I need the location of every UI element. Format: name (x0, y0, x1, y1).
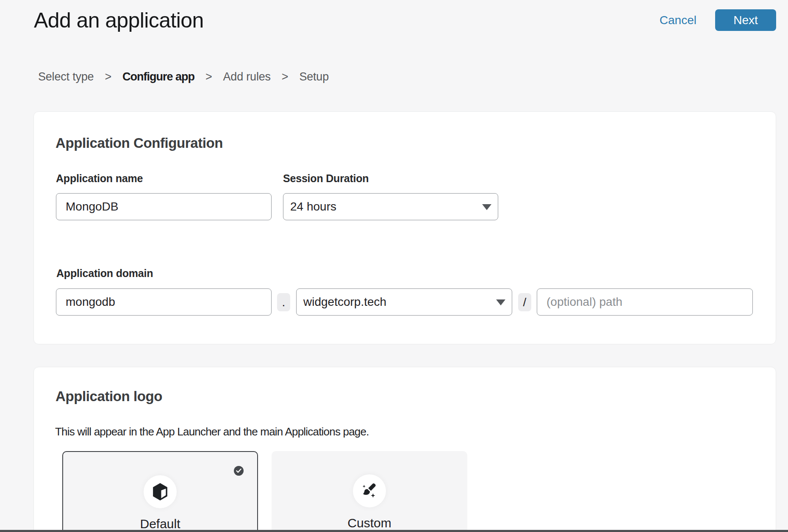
domain-value: widgetcorp.tech (303, 295, 386, 309)
page-title: Add an application (34, 8, 204, 33)
domain-dot-separator: . (277, 293, 290, 311)
default-logo-circle (144, 475, 177, 508)
path-slash-separator: / (518, 293, 531, 311)
breadcrumb-step-select-type[interactable]: Select type (38, 70, 94, 83)
application-configuration-heading: Application Configuration (55, 135, 223, 151)
breadcrumb: Select type > Configure app > Add rules … (38, 70, 329, 83)
chevron-down-icon (496, 299, 505, 305)
subdomain-input[interactable] (56, 288, 272, 316)
session-duration-label: Session Duration (283, 172, 369, 185)
selected-check-icon (234, 466, 244, 476)
cancel-button[interactable]: Cancel (660, 14, 696, 27)
logo-option-custom-label: Custom (272, 516, 467, 530)
cube-icon (150, 482, 170, 502)
logo-option-default-label: Default (63, 517, 257, 531)
application-configuration-card: Application Configuration Application na… (33, 111, 776, 344)
session-duration-select[interactable]: 24 hours (283, 193, 498, 220)
header-actions: Cancel Next (660, 9, 776, 31)
window-bottom-edge (0, 530, 788, 532)
application-logo-description: This will appear in the App Launcher and… (55, 425, 369, 438)
breadcrumb-step-add-rules[interactable]: Add rules (223, 70, 271, 83)
application-logo-heading: Application logo (55, 388, 162, 405)
logo-option-custom[interactable]: Custom (272, 451, 467, 532)
breadcrumb-separator: > (282, 70, 289, 83)
chevron-down-icon (482, 204, 491, 210)
application-name-label: Application name (56, 172, 143, 185)
checkmark-icon (236, 468, 241, 473)
application-name-input[interactable] (56, 193, 272, 220)
breadcrumb-separator: > (205, 70, 212, 83)
custom-logo-circle (353, 474, 386, 507)
logo-option-default[interactable]: Default (62, 451, 258, 532)
next-button[interactable]: Next (715, 9, 776, 31)
paintbrush-icon (360, 482, 379, 500)
breadcrumb-step-setup[interactable]: Setup (299, 70, 329, 83)
application-logo-card: Application logo This will appear in the… (33, 367, 776, 532)
session-duration-value: 24 hours (290, 200, 336, 213)
application-domain-label: Application domain (56, 267, 153, 280)
domain-select[interactable]: widgetcorp.tech (296, 288, 512, 316)
breadcrumb-separator: > (105, 70, 111, 83)
path-input[interactable] (537, 288, 753, 316)
breadcrumb-step-configure-app[interactable]: Configure app (122, 70, 194, 83)
